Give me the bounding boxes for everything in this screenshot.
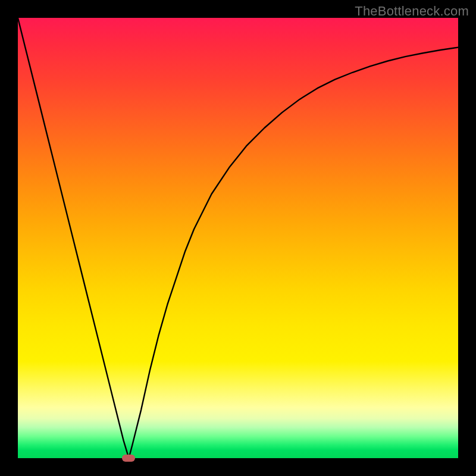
optimal-point-marker [122,455,135,462]
chart-frame: TheBottleneck.com [0,0,476,476]
watermark-text: TheBottleneck.com [355,4,469,19]
plot-area [18,18,458,458]
bottleneck-curve [18,18,458,458]
